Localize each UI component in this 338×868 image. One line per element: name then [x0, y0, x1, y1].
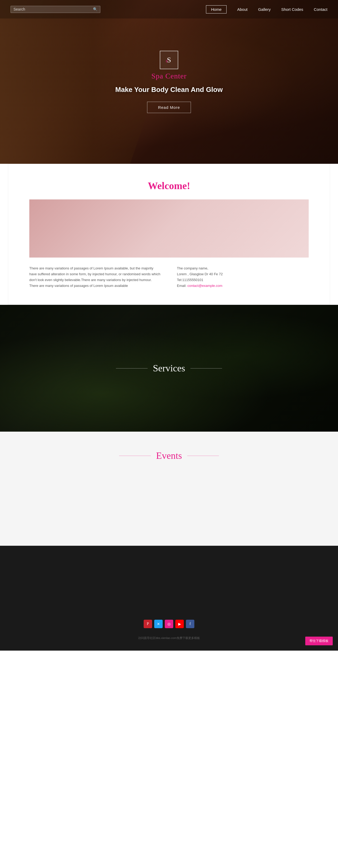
hero-tagline: Make Your Body Clean And Glow — [115, 86, 223, 94]
events-content — [21, 474, 317, 527]
welcome-left-text: There are many variations of passages of… — [29, 266, 161, 289]
footer-watermark: 访问面导社区bbs.xienlao.com免费下载更多模板 — [21, 633, 317, 643]
nav-home[interactable]: Home — [206, 5, 226, 13]
events-title: Events — [156, 450, 182, 461]
search-icon: 🔍 — [93, 7, 97, 11]
pinterest-icon[interactable]: P — [144, 620, 152, 628]
welcome-email: Email: contact@example.com — [177, 283, 309, 289]
welcome-address: Lorem , Glasglow Dr 40 Fe 72 — [177, 271, 309, 277]
download-button[interactable]: 帮住下载模板 — [305, 637, 333, 645]
read-more-button[interactable]: Read More — [147, 102, 191, 113]
logo-text: c S — [167, 56, 171, 64]
welcome-tel: Tel:11155550101 — [177, 277, 309, 283]
welcome-email-link[interactable]: contact@example.com — [187, 284, 222, 288]
footer-social: P ✕ ◎ ▶ f — [21, 614, 317, 633]
welcome-company: The company name, — [177, 266, 309, 271]
welcome-columns: There are many variations of passages of… — [29, 266, 309, 289]
facebook-icon[interactable]: f — [186, 620, 194, 628]
nav-gallery[interactable]: Gallery — [258, 7, 271, 11]
navigation: 🔍 Home About Gallery Short Codes Contact — [0, 0, 338, 19]
footer-content — [21, 562, 317, 614]
events-title-decorated: Events — [21, 450, 317, 461]
welcome-image — [29, 199, 309, 257]
hero-section: c S Spa Center Make Your Body Clean And … — [0, 0, 338, 164]
nav-links: Home About Gallery Short Codes Contact — [206, 5, 328, 13]
nav-about[interactable]: About — [237, 7, 247, 11]
nav-short-codes[interactable]: Short Codes — [281, 7, 303, 11]
youtube-icon[interactable]: ▶ — [175, 620, 184, 628]
events-section: Events — [0, 432, 338, 546]
footer: P ✕ ◎ ▶ f 访问面导社区bbs.xienlao.com免费下载更多模板 … — [0, 546, 338, 651]
services-title: Services — [153, 363, 185, 374]
instagram-icon[interactable]: ◎ — [165, 620, 173, 628]
search-bar[interactable]: 🔍 — [10, 6, 100, 13]
hero-content: c S Spa Center Make Your Body Clean And … — [115, 51, 223, 113]
services-line-left — [116, 368, 148, 369]
welcome-email-label: Email: — [177, 284, 186, 288]
search-input[interactable] — [13, 7, 91, 11]
services-line-right — [190, 368, 222, 369]
events-line-right — [187, 456, 219, 456]
welcome-right-col: The company name, Lorem , Glasglow Dr 40… — [177, 266, 309, 289]
twitter-icon[interactable]: ✕ — [154, 620, 163, 628]
welcome-section: Welcome! There are many variations of pa… — [8, 164, 330, 305]
services-title-decorated: Services — [116, 363, 222, 374]
welcome-left-col: There are many variations of passages of… — [29, 266, 161, 289]
logo-small-c: c — [166, 58, 168, 64]
logo-box: c S — [160, 51, 178, 69]
welcome-title: Welcome! — [29, 180, 309, 191]
nav-contact[interactable]: Contact — [314, 7, 328, 11]
services-section: Services — [0, 305, 338, 432]
events-line-left — [119, 456, 151, 456]
brand-name: Spa Center — [151, 72, 187, 80]
